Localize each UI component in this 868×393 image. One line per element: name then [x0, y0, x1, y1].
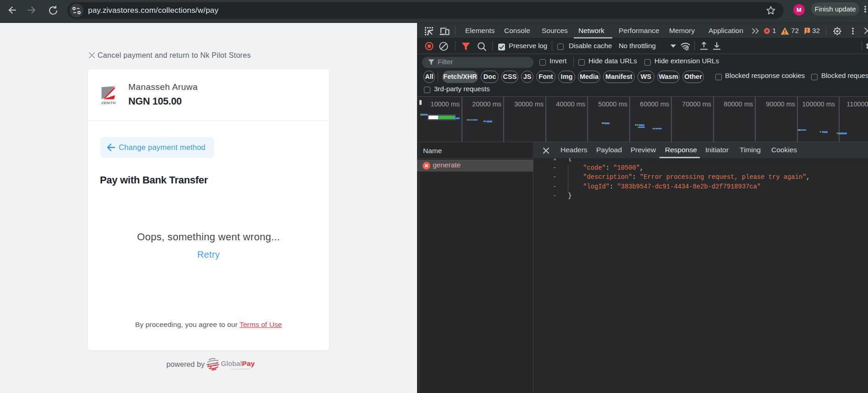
svg-text:ZENITH: ZENITH: [101, 101, 115, 105]
